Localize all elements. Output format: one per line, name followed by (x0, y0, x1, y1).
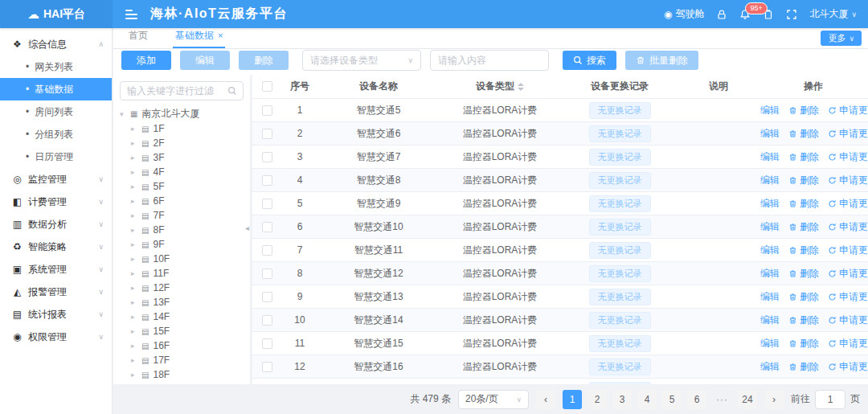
delete-link[interactable]: 删除 (788, 244, 819, 257)
row-checkbox[interactable] (262, 268, 272, 279)
tree-floor-node[interactable]: ▸ ▤ 7F (131, 208, 244, 223)
edit-link[interactable]: 编辑 (759, 337, 780, 350)
row-checkbox[interactable] (262, 245, 272, 256)
sidebar-subitem[interactable]: • 日历管理 (0, 146, 112, 168)
edit-link[interactable]: 编辑 (759, 290, 780, 304)
lock-icon[interactable] (716, 9, 727, 20)
edit-link[interactable]: 编辑 (759, 197, 780, 211)
delete-link[interactable]: 删除 (788, 267, 819, 281)
sort-icon[interactable] (518, 83, 524, 91)
prev-page-button[interactable]: ‹ (536, 390, 555, 409)
sidebar-item[interactable]: ♻ 智能策略 ∨ (0, 236, 112, 258)
delete-link[interactable]: 删除 (788, 104, 819, 117)
sidebar-item-overview[interactable]: ❖ 综合信息 ∧ (0, 33, 112, 55)
tree-floor-node[interactable]: ▸ ▤ 3F (131, 150, 244, 165)
tree-floor-node[interactable]: ▸ ▤ 4F (131, 165, 244, 179)
edit-link[interactable]: 编辑 (759, 127, 780, 141)
page-button[interactable]: 4 (637, 390, 657, 409)
edit-link[interactable]: 编辑 (759, 220, 780, 234)
page-button[interactable]: 5 (662, 390, 682, 409)
edit-link[interactable]: 编辑 (759, 383, 780, 385)
sidebar-subitem[interactable]: • 房间列表 (0, 100, 112, 123)
row-checkbox[interactable] (262, 338, 272, 349)
page-button[interactable]: 6 (687, 390, 706, 409)
delete-link[interactable]: 删除 (788, 150, 819, 164)
edit-link[interactable]: 编辑 (759, 244, 780, 257)
sidebar-subitem[interactable]: • 网关列表 (0, 55, 112, 78)
sidebar-item[interactable]: ▥ 数据分析 ∨ (0, 213, 112, 236)
tab[interactable]: 首页 × (126, 29, 150, 48)
fullscreen-icon[interactable] (786, 9, 797, 20)
tree-floor-node[interactable]: ▸ ▤ 1F (131, 121, 244, 136)
apply-replace-link[interactable]: 申请更换 (828, 337, 868, 350)
delete-link[interactable]: 删除 (788, 127, 819, 141)
apply-replace-link[interactable]: 申请更换 (828, 127, 868, 141)
more-button[interactable]: 更多 ∨ (821, 31, 862, 46)
edit-link[interactable]: 编辑 (759, 360, 780, 374)
apply-replace-link[interactable]: 申请更换 (828, 360, 868, 374)
building-selector[interactable]: 北斗大厦 ∨ (809, 7, 857, 21)
page-button[interactable]: 2 (588, 390, 607, 409)
tree-floor-node[interactable]: ▸ ▤ 16F (131, 338, 244, 353)
tab[interactable]: 基础数据 × (173, 29, 225, 48)
apply-replace-link[interactable]: 申请更换 (828, 383, 868, 385)
edit-link[interactable]: 编辑 (759, 267, 780, 281)
apply-replace-link[interactable]: 申请更换 (828, 290, 868, 304)
tree-floor-node[interactable]: ▸ ▤ 8F (131, 223, 244, 237)
delete-link[interactable]: 删除 (788, 174, 819, 187)
apply-replace-link[interactable]: 申请更换 (828, 150, 868, 164)
menu-collapse-icon[interactable] (125, 10, 137, 19)
sidebar-item[interactable]: ▤ 统计报表 ∨ (0, 303, 112, 326)
tree-floor-node[interactable]: ▸ ▤ 11F (131, 266, 244, 281)
apply-replace-link[interactable]: 申请更换 (828, 267, 868, 281)
delete-link[interactable]: 删除 (788, 290, 819, 304)
logo[interactable]: ☁ HAI平台 (0, 0, 113, 28)
apply-replace-link[interactable]: 申请更换 (828, 314, 868, 327)
row-checkbox[interactable] (262, 175, 272, 186)
tree-filter-input[interactable] (120, 81, 244, 100)
tree-floor-node[interactable]: ▸ ▤ 17F (131, 353, 244, 367)
apply-replace-link[interactable]: 申请更换 (828, 197, 868, 211)
tree-floor-node[interactable]: ▸ ▤ 12F (131, 281, 244, 295)
sidebar-item[interactable]: ◎ 监控管理 ∨ (0, 168, 112, 191)
delete-link[interactable]: 删除 (788, 383, 819, 385)
tree-floor-node[interactable]: ▸ ▤ 15F (131, 324, 244, 338)
page-button[interactable]: 24 (738, 390, 757, 409)
tree-floor-node[interactable]: ▸ ▤ 10F (131, 252, 244, 266)
notification-bell-icon[interactable]: 95+ (739, 9, 751, 20)
goto-page-input[interactable] (815, 390, 845, 409)
edit-link[interactable]: 编辑 (759, 104, 780, 117)
next-page-button[interactable]: › (764, 390, 784, 409)
row-checkbox[interactable] (262, 105, 272, 116)
edit-button[interactable]: 编辑 (180, 51, 230, 70)
search-button[interactable]: 搜索 (563, 51, 616, 70)
batch-delete-button[interactable]: 批量删除 (625, 51, 698, 70)
tree-floor-node[interactable]: ▸ ▤ 6F (131, 194, 244, 208)
row-checkbox[interactable] (262, 292, 272, 302)
row-checkbox[interactable] (262, 362, 272, 372)
delete-link[interactable]: 删除 (788, 220, 819, 234)
page-button[interactable]: 1 (563, 390, 582, 409)
cockpit-button[interactable]: ◉ 驾驶舱 (664, 7, 704, 21)
edit-link[interactable]: 编辑 (759, 314, 780, 327)
page-button[interactable]: ··· (712, 390, 732, 409)
collapse-tree-handle[interactable]: ◂ (245, 223, 249, 232)
select-all-checkbox[interactable] (262, 81, 272, 92)
tree-floor-node[interactable]: ▸ ▤ 2F (131, 136, 244, 150)
apply-replace-link[interactable]: 申请更换 (828, 174, 868, 187)
sidebar-subitem[interactable]: • 基础数据 (0, 78, 112, 100)
tree-floor-node[interactable]: ▸ ▤ 9F (131, 237, 244, 252)
row-checkbox[interactable] (262, 199, 272, 209)
delete-button[interactable]: 删除 (239, 51, 289, 70)
row-checkbox[interactable] (262, 152, 272, 162)
apply-replace-link[interactable]: 申请更换 (828, 220, 868, 234)
add-button[interactable]: 添加 (121, 51, 171, 70)
row-checkbox[interactable] (262, 222, 272, 232)
delete-link[interactable]: 删除 (788, 337, 819, 350)
delete-link[interactable]: 删除 (788, 360, 819, 374)
edit-link[interactable]: 编辑 (759, 150, 780, 164)
page-size-select[interactable]: 20条/页 ∨ (458, 390, 529, 409)
device-type-select[interactable]: 请选择设备类型 ∨ (302, 50, 421, 71)
sidebar-item[interactable]: ◉ 权限管理 ∨ (0, 326, 112, 348)
page-button[interactable]: 3 (612, 390, 632, 409)
